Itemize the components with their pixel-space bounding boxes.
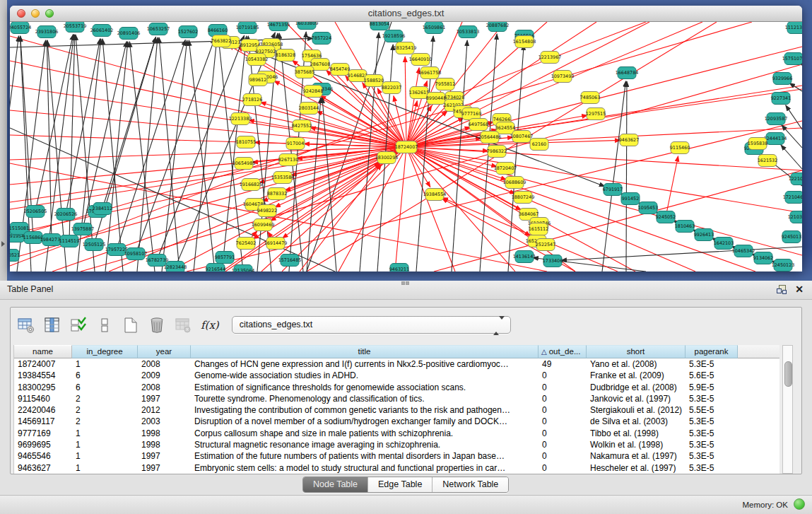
table-cell[interactable]: 0: [539, 382, 587, 393]
table-row[interactable]: 1938455462009Genome-wide association stu…: [14, 370, 779, 381]
table-row[interactable]: 977716911998Corpus callosum shape and si…: [14, 428, 779, 439]
network-node[interactable]: 9926413: [694, 229, 714, 241]
network-node[interactable]: 20553719: [64, 22, 87, 33]
network-node[interactable]: 9245052: [656, 211, 676, 223]
table-cell[interactable]: 5.6E-5: [686, 370, 738, 381]
network-node[interactable]: 18300295: [375, 152, 399, 164]
table-cell[interactable]: 1997: [138, 462, 191, 474]
function-builder-icon[interactable]: f(x): [201, 319, 219, 332]
network-node[interactable]: 9857791: [215, 252, 235, 264]
table-cell[interactable]: Genome-wide association studies in ADHD.: [191, 370, 539, 381]
column-header-in-degree[interactable]: in_degree: [72, 345, 138, 358]
close-panel-icon[interactable]: ✕: [795, 284, 804, 295]
network-node[interactable]: 12135064: [232, 265, 255, 272]
network-node[interactable]: 9242848: [303, 86, 323, 98]
network-node[interactable]: 2803144: [299, 103, 319, 115]
table-cell[interactable]: 2012: [138, 404, 191, 416]
network-node[interactable]: 10807467: [510, 131, 534, 143]
network-node[interactable]: 1095453: [638, 202, 658, 214]
table-cell[interactable]: 1998: [138, 439, 191, 450]
table-cell[interactable]: 0: [539, 393, 587, 404]
table-cell[interactable]: 0: [539, 450, 587, 462]
table-panel-header[interactable]: Table Panel ✕: [0, 281, 812, 300]
table-cell[interactable]: 6: [72, 370, 138, 381]
network-node[interactable]: 10543382: [245, 54, 269, 66]
network-node[interactable]: 9310521: [10, 250, 20, 262]
table-cell[interactable]: Tourette syndrome. Phenomenology and cla…: [191, 393, 539, 404]
network-node[interactable]: 12213383: [229, 113, 252, 125]
table-row[interactable]: 969969511998Structural magnetic resonanc…: [14, 439, 779, 450]
network-node[interactable]: 1642103: [714, 238, 734, 250]
tab-node-table[interactable]: Node Table: [303, 477, 368, 492]
table-cell[interactable]: 1997: [138, 450, 191, 462]
network-node[interactable]: 8186328: [276, 49, 295, 62]
table-cell[interactable]: 2: [72, 393, 138, 404]
network-window-titlebar[interactable]: citations_edges.txt: [10, 6, 802, 22]
network-node[interactable]: 917004: [286, 138, 305, 150]
network-node[interactable]: 24055724: [10, 22, 31, 34]
network-node[interactable]: 20887682: [486, 22, 510, 32]
network-node[interactable]: 12213967: [539, 52, 562, 64]
network-node[interactable]: 8427552: [292, 120, 312, 132]
table-row[interactable]: 1872400712008Changes of HCN gene express…: [14, 358, 779, 370]
network-node[interactable]: 19166825: [240, 179, 263, 191]
network-node[interactable]: 8878332: [267, 188, 287, 200]
table-cell[interactable]: Tibbo et al. (1998): [587, 428, 686, 439]
network-node[interactable]: 9329966: [772, 73, 792, 85]
network-node[interactable]: 1114519: [59, 235, 79, 247]
table-cell[interactable]: 1: [72, 450, 138, 462]
table-cell[interactable]: Nakamura et al. (1997): [587, 450, 686, 462]
network-node[interactable]: 8813054: [370, 22, 389, 30]
network-node[interactable]: 1297515: [586, 108, 606, 120]
table-cell[interactable]: 2008: [138, 382, 191, 393]
table-row[interactable]: 946362711997Embryonic stem cells: a mode…: [14, 462, 779, 474]
network-node[interactable]: 16648784: [616, 67, 639, 79]
network-node[interactable]: 6497568: [469, 119, 488, 131]
column-header-year[interactable]: year: [138, 345, 191, 358]
tab-network-table[interactable]: Network Table: [433, 477, 508, 492]
network-node[interactable]: 14136141: [513, 251, 536, 263]
table-cell[interactable]: de Silva et al. (2003): [587, 416, 686, 427]
table-cell[interactable]: 5.3E-5: [686, 358, 738, 370]
network-window[interactable]: citations_edges.txt 24055724239318062055…: [10, 6, 802, 271]
table-cell[interactable]: Investigating the contribution of common…: [191, 404, 539, 416]
table-cell[interactable]: Disruption of a novel member of a sodium…: [191, 416, 539, 427]
network-node[interactable]: 14671355: [267, 22, 290, 31]
network-node[interactable]: 9777169: [461, 108, 481, 120]
table-cell[interactable]: Embryonic stem cells: a model to study s…: [191, 462, 539, 474]
network-node[interactable]: 1527602: [178, 26, 198, 38]
table-cell[interactable]: Stergiakouli et al. (2012): [587, 404, 686, 416]
network-node[interactable]: 16033809: [295, 22, 319, 30]
row-format-icon[interactable]: [94, 315, 115, 336]
table-cell[interactable]: Estimation of significance thresholds fo…: [191, 382, 539, 393]
network-node[interactable]: 23931806: [35, 26, 59, 38]
table-cell[interactable]: 6: [72, 382, 138, 393]
table-cell[interactable]: 22420046: [14, 404, 72, 416]
network-node[interactable]: 16914479: [264, 238, 288, 250]
table-cell[interactable]: 1997: [138, 393, 191, 404]
network-node[interactable]: 13975887: [71, 223, 95, 235]
table-row[interactable]: 2242004622012Investigating the contribut…: [14, 404, 779, 416]
table-cell[interactable]: 49: [539, 358, 587, 370]
table-cell[interactable]: Yano et al. (2008): [587, 358, 686, 370]
table-cell[interactable]: 5.3E-5: [686, 428, 738, 439]
network-node[interactable]: 7663822: [211, 35, 231, 47]
network-node[interactable]: 9227341: [771, 93, 791, 105]
table-cell[interactable]: Dudbridge et al. (2008): [587, 382, 686, 393]
network-node[interactable]: 12505125: [83, 239, 106, 251]
table-row[interactable]: 1456911722003Disruption of a novel membe…: [14, 416, 779, 427]
table-cell[interactable]: 1: [72, 428, 138, 439]
table-cell[interactable]: 2: [72, 404, 138, 416]
table-cell[interactable]: 5.5E-5: [686, 404, 738, 416]
table-cell[interactable]: 0: [539, 370, 587, 381]
tab-edge-table[interactable]: Edge Table: [368, 477, 433, 492]
network-node[interactable]: 10654985: [233, 158, 256, 170]
network-node[interactable]: 7986322: [487, 146, 507, 158]
table-cell[interactable]: 0: [539, 439, 587, 450]
table-cell[interactable]: 9699695: [14, 439, 72, 450]
table-selector-dropdown[interactable]: citations_edges.txt: [232, 316, 511, 334]
network-node[interactable]: 18325419: [394, 42, 417, 54]
network-node[interactable]: 9115460: [670, 142, 690, 154]
table-row[interactable]: 946554611997Estimation of the future num…: [14, 450, 779, 462]
network-node[interactable]: 10958107: [124, 248, 148, 260]
